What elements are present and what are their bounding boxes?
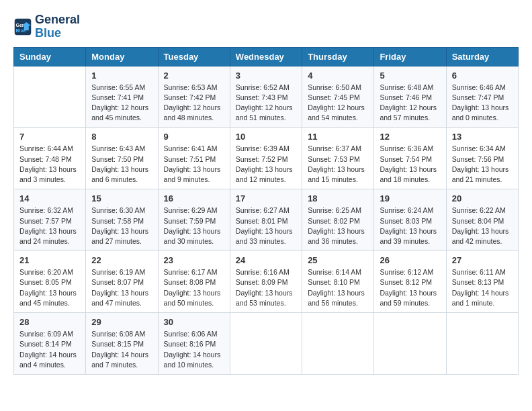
calendar-week-row: 7Sunrise: 6:44 AM Sunset: 7:48 PM Daylig… <box>14 128 519 189</box>
day-number: 22 <box>91 255 152 265</box>
calendar-cell: 10Sunrise: 6:39 AM Sunset: 7:52 PM Dayli… <box>230 128 302 189</box>
calendar-cell: 25Sunrise: 6:14 AM Sunset: 8:10 PM Dayli… <box>302 251 374 313</box>
day-info: Sunrise: 6:30 AM Sunset: 7:58 PM Dayligh… <box>91 205 152 246</box>
day-info: Sunrise: 6:34 AM Sunset: 7:56 PM Dayligh… <box>452 144 513 185</box>
day-info: Sunrise: 6:11 AM Sunset: 8:13 PM Dayligh… <box>452 267 513 308</box>
day-number: 27 <box>452 255 513 265</box>
calendar-week-row: 21Sunrise: 6:20 AM Sunset: 8:05 PM Dayli… <box>14 251 519 313</box>
day-number: 25 <box>308 255 368 265</box>
calendar-cell: 12Sunrise: 6:36 AM Sunset: 7:54 PM Dayli… <box>374 128 446 189</box>
day-info: Sunrise: 6:55 AM Sunset: 7:41 PM Dayligh… <box>91 83 152 124</box>
calendar-cell: 21Sunrise: 6:20 AM Sunset: 8:05 PM Dayli… <box>14 251 86 313</box>
calendar-cell <box>302 313 374 375</box>
calendar-cell: 23Sunrise: 6:17 AM Sunset: 8:08 PM Dayli… <box>158 251 230 313</box>
calendar-cell: 7Sunrise: 6:44 AM Sunset: 7:48 PM Daylig… <box>14 128 86 189</box>
logo-icon: Gen Blue <box>13 17 32 36</box>
weekday-header-friday: Friday <box>374 47 446 66</box>
day-number: 29 <box>91 317 152 327</box>
calendar-week-row: 1Sunrise: 6:55 AM Sunset: 7:41 PM Daylig… <box>14 66 519 128</box>
day-number: 8 <box>91 132 152 142</box>
day-number: 13 <box>452 132 513 142</box>
calendar-cell: 5Sunrise: 6:48 AM Sunset: 7:46 PM Daylig… <box>374 66 446 128</box>
day-number: 4 <box>308 71 368 81</box>
calendar-week-row: 28Sunrise: 6:09 AM Sunset: 8:14 PM Dayli… <box>14 313 519 375</box>
calendar-cell <box>446 313 518 375</box>
weekday-header-sunday: Sunday <box>14 47 86 66</box>
day-number: 23 <box>164 255 224 265</box>
calendar-cell: 30Sunrise: 6:06 AM Sunset: 8:16 PM Dayli… <box>158 313 230 375</box>
day-info: Sunrise: 6:41 AM Sunset: 7:51 PM Dayligh… <box>164 144 224 185</box>
calendar-week-row: 14Sunrise: 6:32 AM Sunset: 7:57 PM Dayli… <box>14 189 519 251</box>
day-number: 5 <box>380 71 440 81</box>
calendar-cell: 18Sunrise: 6:25 AM Sunset: 8:02 PM Dayli… <box>302 189 374 251</box>
calendar-cell <box>230 313 302 375</box>
calendar-cell: 3Sunrise: 6:52 AM Sunset: 7:43 PM Daylig… <box>230 66 302 128</box>
calendar-cell: 6Sunrise: 6:46 AM Sunset: 7:47 PM Daylig… <box>446 66 518 128</box>
page-header: Gen Blue General Blue <box>13 13 519 40</box>
calendar-cell: 4Sunrise: 6:50 AM Sunset: 7:45 PM Daylig… <box>302 66 374 128</box>
calendar-cell: 29Sunrise: 6:08 AM Sunset: 8:15 PM Dayli… <box>86 313 158 375</box>
day-info: Sunrise: 6:29 AM Sunset: 7:59 PM Dayligh… <box>164 205 224 246</box>
day-info: Sunrise: 6:43 AM Sunset: 7:50 PM Dayligh… <box>91 144 152 185</box>
day-info: Sunrise: 6:14 AM Sunset: 8:10 PM Dayligh… <box>308 267 368 308</box>
day-info: Sunrise: 6:17 AM Sunset: 8:08 PM Dayligh… <box>164 267 224 308</box>
day-info: Sunrise: 6:19 AM Sunset: 8:07 PM Dayligh… <box>91 267 152 308</box>
calendar-cell: 9Sunrise: 6:41 AM Sunset: 7:51 PM Daylig… <box>158 128 230 189</box>
logo-text-general: General <box>35 13 80 27</box>
calendar-cell: 14Sunrise: 6:32 AM Sunset: 7:57 PM Dayli… <box>14 189 86 251</box>
calendar-cell: 19Sunrise: 6:24 AM Sunset: 8:03 PM Dayli… <box>374 189 446 251</box>
day-number: 17 <box>236 193 296 203</box>
day-info: Sunrise: 6:27 AM Sunset: 8:01 PM Dayligh… <box>236 205 296 246</box>
day-info: Sunrise: 6:25 AM Sunset: 8:02 PM Dayligh… <box>308 205 368 246</box>
day-number: 10 <box>236 132 296 142</box>
day-info: Sunrise: 6:37 AM Sunset: 7:53 PM Dayligh… <box>308 144 368 185</box>
day-info: Sunrise: 6:22 AM Sunset: 8:04 PM Dayligh… <box>452 205 513 246</box>
day-number: 21 <box>19 255 80 265</box>
day-number: 26 <box>380 255 440 265</box>
day-info: Sunrise: 6:08 AM Sunset: 8:15 PM Dayligh… <box>91 329 152 370</box>
calendar-cell: 26Sunrise: 6:12 AM Sunset: 8:12 PM Dayli… <box>374 251 446 313</box>
logo-text-blue: Blue <box>35 27 80 40</box>
calendar-cell: 2Sunrise: 6:53 AM Sunset: 7:42 PM Daylig… <box>158 66 230 128</box>
calendar-cell: 22Sunrise: 6:19 AM Sunset: 8:07 PM Dayli… <box>86 251 158 313</box>
weekday-header-saturday: Saturday <box>446 47 518 66</box>
weekday-header-tuesday: Tuesday <box>158 47 230 66</box>
day-info: Sunrise: 6:24 AM Sunset: 8:03 PM Dayligh… <box>380 205 440 246</box>
day-number: 30 <box>164 317 224 327</box>
day-number: 18 <box>308 193 368 203</box>
weekday-header-monday: Monday <box>86 47 158 66</box>
day-number: 6 <box>452 71 513 81</box>
day-number: 14 <box>19 193 80 203</box>
calendar-cell: 11Sunrise: 6:37 AM Sunset: 7:53 PM Dayli… <box>302 128 374 189</box>
day-info: Sunrise: 6:09 AM Sunset: 8:14 PM Dayligh… <box>19 329 80 370</box>
day-info: Sunrise: 6:44 AM Sunset: 7:48 PM Dayligh… <box>19 144 80 185</box>
day-info: Sunrise: 6:32 AM Sunset: 7:57 PM Dayligh… <box>19 205 80 246</box>
calendar-cell: 27Sunrise: 6:11 AM Sunset: 8:13 PM Dayli… <box>446 251 518 313</box>
weekday-header-row: SundayMondayTuesdayWednesdayThursdayFrid… <box>14 47 519 66</box>
calendar-cell: 16Sunrise: 6:29 AM Sunset: 7:59 PM Dayli… <box>158 189 230 251</box>
day-number: 3 <box>236 71 296 81</box>
day-info: Sunrise: 6:52 AM Sunset: 7:43 PM Dayligh… <box>236 83 296 124</box>
calendar-cell: 1Sunrise: 6:55 AM Sunset: 7:41 PM Daylig… <box>86 66 158 128</box>
day-number: 2 <box>164 71 224 81</box>
day-number: 12 <box>380 132 440 142</box>
day-number: 7 <box>19 132 80 142</box>
day-info: Sunrise: 6:50 AM Sunset: 7:45 PM Dayligh… <box>308 83 368 124</box>
day-info: Sunrise: 6:06 AM Sunset: 8:16 PM Dayligh… <box>164 329 224 370</box>
day-number: 20 <box>452 193 513 203</box>
calendar-cell <box>14 66 86 128</box>
day-info: Sunrise: 6:48 AM Sunset: 7:46 PM Dayligh… <box>380 83 440 124</box>
calendar-table: SundayMondayTuesdayWednesdayThursdayFrid… <box>13 47 519 375</box>
day-number: 9 <box>164 132 224 142</box>
day-info: Sunrise: 6:16 AM Sunset: 8:09 PM Dayligh… <box>236 267 296 308</box>
calendar-cell: 28Sunrise: 6:09 AM Sunset: 8:14 PM Dayli… <box>14 313 86 375</box>
weekday-header-thursday: Thursday <box>302 47 374 66</box>
calendar-cell <box>374 313 446 375</box>
day-number: 16 <box>164 193 224 203</box>
calendar-cell: 20Sunrise: 6:22 AM Sunset: 8:04 PM Dayli… <box>446 189 518 251</box>
day-number: 24 <box>236 255 296 265</box>
day-info: Sunrise: 6:20 AM Sunset: 8:05 PM Dayligh… <box>19 267 80 308</box>
weekday-header-wednesday: Wednesday <box>230 47 302 66</box>
day-number: 15 <box>91 193 152 203</box>
day-info: Sunrise: 6:36 AM Sunset: 7:54 PM Dayligh… <box>380 144 440 185</box>
